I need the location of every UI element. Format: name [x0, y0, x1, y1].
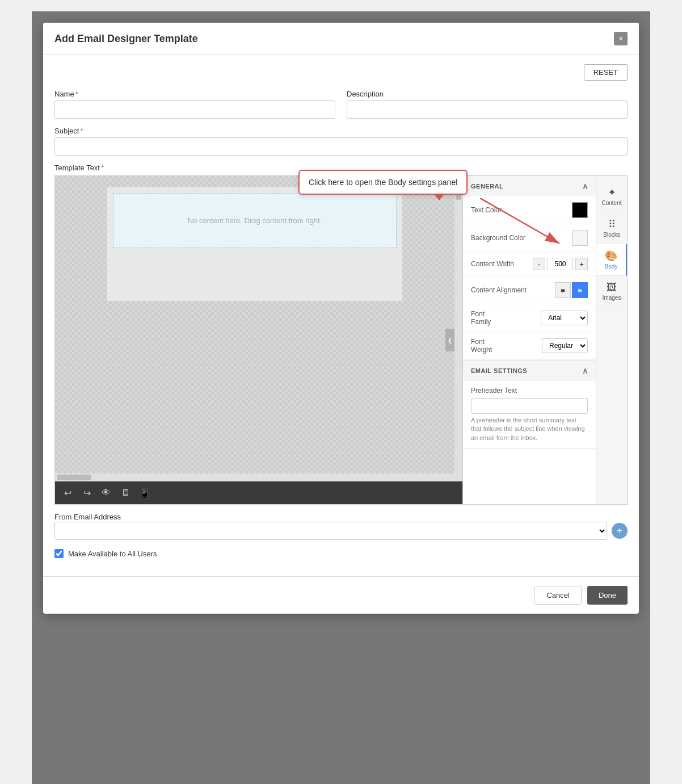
collapse-panel-button[interactable]: ❮ [445, 329, 454, 351]
text-color-swatch[interactable] [572, 202, 588, 218]
subject-label: Subject* [54, 127, 628, 135]
bg-color-swatch[interactable] [572, 230, 588, 246]
preheader-input[interactable] [471, 398, 588, 414]
reset-button[interactable]: RESET [584, 64, 628, 81]
body-label: Body [605, 263, 618, 270]
make-available-checkbox[interactable] [54, 549, 64, 558]
undo-button[interactable]: ↩ [60, 485, 75, 501]
cancel-button[interactable]: Cancel [534, 586, 581, 605]
email-settings-header: EMAIL SETTINGS ∧ [463, 360, 596, 381]
from-email-label: From Email Address [54, 513, 121, 521]
settings-panel: GENERAL ∧ Text Color [463, 176, 596, 504]
name-label: Name* [54, 90, 335, 98]
description-input[interactable] [347, 100, 628, 119]
font-weight-label: FontWeight [471, 338, 492, 354]
bg-color-row: Background Color [463, 224, 596, 252]
panel-and-sidebar: GENERAL ∧ Text Color [463, 176, 627, 504]
subject-row: Subject* [54, 127, 628, 156]
vertical-scrollbar[interactable] [454, 176, 462, 481]
preheader-hint: A preheader is the short summary text th… [471, 416, 588, 442]
editor-toolbar: ↩ ↪ 👁 🖥 📱 [55, 481, 462, 504]
name-group: Name* [54, 90, 335, 119]
email-settings-toggle[interactable]: ∧ [582, 366, 588, 375]
tooltip-text: Click here to open the Body settings pan… [309, 178, 457, 187]
icon-sidebar: ✦ Content ⠿ Blocks 🎨 Body [596, 176, 627, 504]
template-text-required-star: * [101, 163, 104, 172]
editor-main: No content here. Drag content from right… [55, 176, 462, 504]
body-icon: 🎨 [605, 250, 617, 262]
sidebar-item-body[interactable]: 🎨 Body [596, 244, 627, 276]
width-decrease-button[interactable]: - [533, 258, 545, 270]
preheader-label: Preheader Text [471, 387, 588, 395]
general-toggle[interactable]: ∧ [582, 182, 588, 191]
from-email-select[interactable] [54, 522, 607, 540]
description-group: Description [347, 90, 628, 119]
reset-row: RESET [54, 64, 628, 81]
close-button[interactable]: × [614, 32, 628, 45]
font-family-label: FontFamily [471, 310, 491, 326]
modal-footer: Cancel Done [43, 576, 639, 614]
preheader-container: Preheader Text A preheader is the short … [463, 381, 596, 448]
subject-required-star: * [80, 127, 83, 135]
desktop-view-button[interactable]: 🖥 [117, 485, 133, 501]
editor-container: No content here. Drag content from right… [54, 175, 628, 505]
tooltip-callout: Click here to open the Body settings pan… [298, 170, 468, 195]
modal-body: RESET Name* Description [43, 55, 639, 576]
add-email-button[interactable]: + [612, 523, 628, 539]
general-section: GENERAL ∧ Text Color [463, 176, 596, 360]
mobile-view-button[interactable]: 📱 [137, 485, 153, 501]
done-button[interactable]: Done [587, 586, 628, 605]
font-family-select[interactable]: Arial Georgia Verdana [541, 311, 588, 325]
images-label: Images [603, 295, 621, 301]
email-settings-label: EMAIL SETTINGS [471, 367, 527, 374]
width-control: - + [533, 258, 588, 270]
email-settings-section: EMAIL SETTINGS ∧ Preheader Text A prehea… [463, 360, 596, 448]
bg-color-label: Background Color [471, 234, 525, 242]
right-panel: GENERAL ∧ Text Color [462, 176, 627, 504]
images-icon: 🖼 [607, 282, 617, 294]
horizontal-scrollbar[interactable] [55, 473, 454, 481]
font-weight-row: FontWeight Regular Bold Light [463, 332, 596, 360]
content-width-label: Content Width [471, 260, 514, 268]
content-alignment-label: Content Alignment [471, 286, 527, 294]
make-available-label: Make Available to All Users [68, 550, 157, 558]
sidebar-item-blocks[interactable]: ⠿ Blocks [596, 212, 627, 244]
content-width-row: Content Width - + [463, 252, 596, 276]
general-section-header: GENERAL ∧ [463, 176, 596, 196]
general-label: GENERAL [471, 183, 503, 190]
name-description-row: Name* Description [54, 90, 628, 119]
sidebar-item-content[interactable]: ✦ Content [596, 181, 627, 212]
width-increase-button[interactable]: + [575, 258, 588, 270]
content-icon: ✦ [608, 186, 616, 199]
content-alignment-row: Content Alignment ≡ ≡ [463, 276, 596, 304]
canvas-content: No content here. Drag content from right… [107, 187, 402, 301]
content-label: Content [601, 200, 621, 206]
make-available-row: Make Available to All Users [54, 549, 628, 558]
text-color-row: Text Color [463, 196, 596, 224]
redo-button[interactable]: ↪ [79, 485, 95, 501]
align-center-button[interactable]: ≡ [572, 282, 588, 298]
subject-input[interactable] [54, 137, 628, 156]
subject-group: Subject* [54, 127, 628, 156]
width-input[interactable] [548, 258, 573, 270]
blocks-label: Blocks [603, 232, 620, 238]
font-family-row: FontFamily Arial Georgia Verdana [463, 304, 596, 332]
description-label: Description [347, 90, 628, 98]
modal-title: Add Email Designer Template [54, 33, 198, 45]
from-email-row: + [54, 522, 628, 540]
name-input[interactable] [54, 100, 335, 119]
preview-button[interactable]: 👁 [98, 485, 114, 501]
editor-canvas: No content here. Drag content from right… [55, 176, 454, 481]
text-color-label: Text Color [471, 206, 502, 214]
modal-header: Add Email Designer Template × [43, 23, 639, 55]
alignment-control: ≡ ≡ [555, 282, 588, 298]
font-weight-select[interactable]: Regular Bold Light [542, 338, 588, 353]
from-email-section: From Email Address + [54, 512, 628, 540]
blocks-icon: ⠿ [608, 218, 616, 230]
drop-zone[interactable]: No content here. Drag content from right… [113, 193, 397, 248]
sidebar-item-images[interactable]: 🖼 Images [596, 276, 627, 307]
editor-wrapper: No content here. Drag content from right… [54, 175, 628, 505]
align-left-button[interactable]: ≡ [555, 282, 571, 298]
name-required-star: * [75, 90, 78, 98]
modal-container: Add Email Designer Template × RESET Name… [43, 23, 639, 614]
